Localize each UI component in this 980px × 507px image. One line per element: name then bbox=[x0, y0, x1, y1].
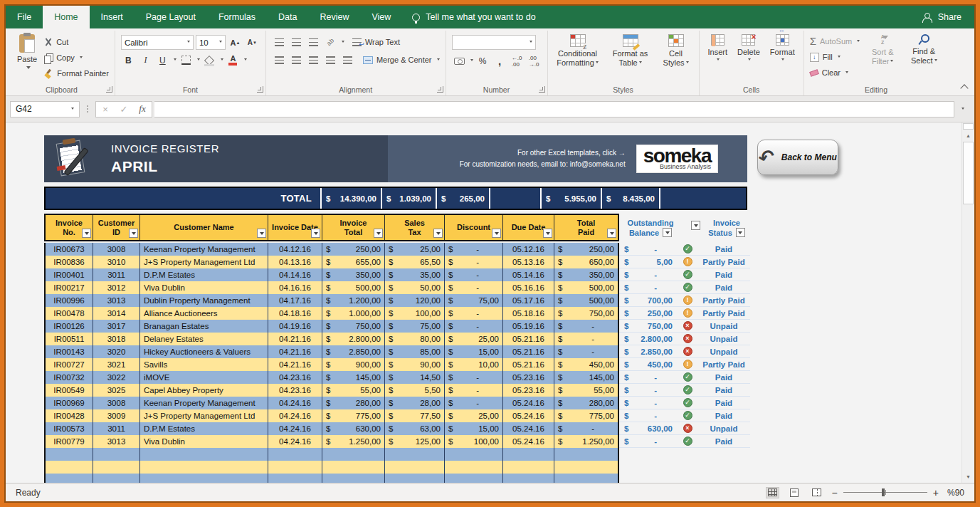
font-size-select[interactable]: 10 bbox=[196, 35, 226, 50]
column-header-customer-id[interactable]: CustomerID bbox=[93, 215, 139, 240]
money-cell[interactable]: $100,00 bbox=[384, 307, 444, 320]
share-button[interactable]: Share bbox=[910, 6, 974, 28]
customer-name-cell[interactable]: Hickey Auctioneers & Valuers bbox=[139, 345, 268, 358]
outstanding-balance-cell[interactable]: $2.800,00 bbox=[619, 335, 678, 343]
outstanding-balance-cell[interactable]: $- bbox=[619, 412, 678, 420]
invoice-no-cell[interactable]: IR00217 bbox=[46, 281, 93, 294]
tab-formulas[interactable]: Formulas bbox=[207, 6, 267, 28]
money-cell[interactable]: $- bbox=[444, 307, 502, 320]
customer-id-cell[interactable]: 3021 bbox=[93, 358, 139, 371]
invoice-no-cell[interactable]: IR00996 bbox=[46, 294, 93, 307]
empty-table-row[interactable] bbox=[46, 448, 618, 461]
outstanding-balance-cell[interactable]: $630,00 bbox=[619, 424, 678, 433]
invoice-date-cell[interactable]: 04.12.16 bbox=[268, 243, 322, 256]
filter-button[interactable] bbox=[663, 228, 672, 237]
clear-button[interactable]: Clear bbox=[810, 66, 860, 80]
format-painter-button[interactable]: Format Painter bbox=[44, 66, 109, 80]
empty-cell[interactable] bbox=[139, 461, 268, 474]
outstanding-balance-cell[interactable]: $450,00 bbox=[619, 360, 678, 369]
empty-cell[interactable] bbox=[502, 474, 554, 483]
customer-name-cell[interactable]: J+S Property Management Ltd bbox=[139, 409, 268, 422]
money-cell[interactable]: $- bbox=[444, 268, 502, 281]
money-cell[interactable]: $- bbox=[444, 281, 502, 294]
invoice-status-cell[interactable]: Partly Paid bbox=[697, 258, 750, 266]
invoice-date-cell[interactable]: 04.24.16 bbox=[268, 409, 322, 422]
cut-button[interactable]: Cut bbox=[44, 35, 109, 49]
customer-id-cell[interactable]: 3009 bbox=[93, 409, 139, 422]
empty-cell[interactable] bbox=[554, 474, 618, 483]
customer-id-cell[interactable]: 3018 bbox=[93, 333, 139, 345]
status-icon-cell[interactable]: ✓ bbox=[678, 411, 697, 420]
money-cell[interactable]: $1.000,00 bbox=[322, 307, 384, 320]
status-icon-cell[interactable]: ✓ bbox=[678, 437, 697, 446]
invoice-no-cell[interactable]: IR00511 bbox=[46, 333, 93, 345]
invoice-date-cell[interactable]: 04.21.16 bbox=[268, 358, 322, 371]
invoice-status-cell[interactable]: Paid bbox=[697, 399, 750, 407]
filter-button[interactable] bbox=[374, 229, 383, 238]
decrease-indent-button[interactable] bbox=[323, 53, 338, 67]
invoice-status-cell[interactable]: Unpaid bbox=[697, 347, 750, 356]
invoice-status-cell[interactable]: Unpaid bbox=[697, 424, 750, 433]
due-date-cell[interactable]: 05.21.16 bbox=[502, 358, 554, 371]
money-cell[interactable]: $55,00 bbox=[322, 384, 384, 397]
insert-function-icon[interactable]: fx bbox=[133, 103, 152, 115]
filter-button[interactable] bbox=[736, 228, 745, 237]
money-cell[interactable]: $28,00 bbox=[384, 397, 444, 409]
money-cell[interactable]: $- bbox=[554, 333, 618, 345]
status-icon-cell[interactable]: ✓ bbox=[678, 244, 697, 254]
money-cell[interactable]: $145,00 bbox=[322, 371, 384, 384]
money-cell[interactable]: $655,00 bbox=[322, 256, 384, 268]
invoice-status-cell[interactable]: Unpaid bbox=[697, 322, 750, 330]
outstanding-balance-cell[interactable]: $700,00 bbox=[619, 296, 678, 305]
invoice-date-cell[interactable]: 04.16.16 bbox=[268, 281, 322, 294]
worksheet[interactable]: INVOICE REGISTER APRIL For other Excel t… bbox=[6, 122, 974, 483]
empty-cell[interactable] bbox=[46, 461, 93, 474]
money-cell[interactable]: $1.250,00 bbox=[322, 435, 384, 448]
empty-cell[interactable] bbox=[322, 461, 384, 474]
outstanding-balance-cell[interactable]: $- bbox=[619, 437, 678, 446]
money-cell[interactable]: $630,00 bbox=[322, 422, 384, 435]
invoice-date-cell[interactable]: 04.24.16 bbox=[268, 435, 322, 448]
empty-cell[interactable] bbox=[502, 461, 554, 474]
font-name-select[interactable]: Calibri bbox=[121, 35, 194, 50]
money-cell[interactable]: $- bbox=[554, 345, 618, 358]
column-header-customername[interactable]: Customer Name bbox=[139, 215, 268, 240]
scrollbar-split-handle[interactable] bbox=[963, 123, 974, 130]
collapse-ribbon-chevron[interactable] bbox=[960, 84, 968, 92]
empty-cell[interactable] bbox=[554, 448, 618, 461]
borders-button[interactable] bbox=[179, 53, 194, 67]
wrap-text-button[interactable]: ↩Wrap Text bbox=[352, 35, 400, 49]
column-header-invoicedate[interactable]: Invoice Date bbox=[268, 215, 322, 240]
due-date-cell[interactable]: 05.17.16 bbox=[502, 294, 554, 307]
money-cell[interactable]: $77,50 bbox=[384, 409, 444, 422]
invoice-no-cell[interactable]: IR00478 bbox=[46, 307, 93, 320]
invoice-date-cell[interactable]: 04.17.16 bbox=[268, 294, 322, 307]
invoice-status-cell[interactable]: Paid bbox=[697, 373, 750, 382]
status-icon-cell[interactable]: × bbox=[678, 321, 697, 330]
align-center-button[interactable] bbox=[289, 53, 304, 67]
align-bottom-button[interactable] bbox=[306, 36, 321, 49]
money-cell[interactable]: $- bbox=[444, 371, 502, 384]
invoice-date-cell[interactable]: 04.21.16 bbox=[268, 333, 322, 345]
money-cell[interactable]: $35,00 bbox=[384, 268, 444, 281]
money-cell[interactable]: $750,00 bbox=[554, 307, 618, 320]
filter-button[interactable] bbox=[129, 229, 138, 238]
conditional-formatting-button[interactable]: Conditional Formatting bbox=[554, 32, 602, 67]
invoice-no-cell[interactable]: IR00143 bbox=[46, 345, 93, 358]
scroll-up-arrow[interactable]: ▲ bbox=[962, 130, 974, 141]
customer-name-cell[interactable]: Dublin Property Management bbox=[139, 294, 268, 307]
due-date-cell[interactable]: 05.14.16 bbox=[502, 268, 554, 281]
invoice-date-cell[interactable]: 04.14.16 bbox=[268, 268, 322, 281]
money-cell[interactable]: $350,00 bbox=[322, 268, 384, 281]
empty-cell[interactable] bbox=[322, 448, 384, 461]
tab-page-layout[interactable]: Page Layout bbox=[135, 6, 207, 28]
money-cell[interactable]: $250,00 bbox=[554, 243, 618, 256]
outstanding-balance-cell[interactable]: $- bbox=[619, 271, 678, 279]
customer-id-cell[interactable]: 3013 bbox=[93, 435, 139, 448]
column-header-duedate[interactable]: Due Date bbox=[502, 215, 554, 240]
outstanding-balance-cell[interactable]: $- bbox=[619, 386, 678, 394]
column-header-invoice-status[interactable]: InvoiceStatus bbox=[700, 214, 753, 241]
money-cell[interactable]: $750,00 bbox=[322, 320, 384, 333]
filter-button[interactable] bbox=[543, 229, 552, 238]
customer-id-cell[interactable]: 3011 bbox=[93, 268, 139, 281]
